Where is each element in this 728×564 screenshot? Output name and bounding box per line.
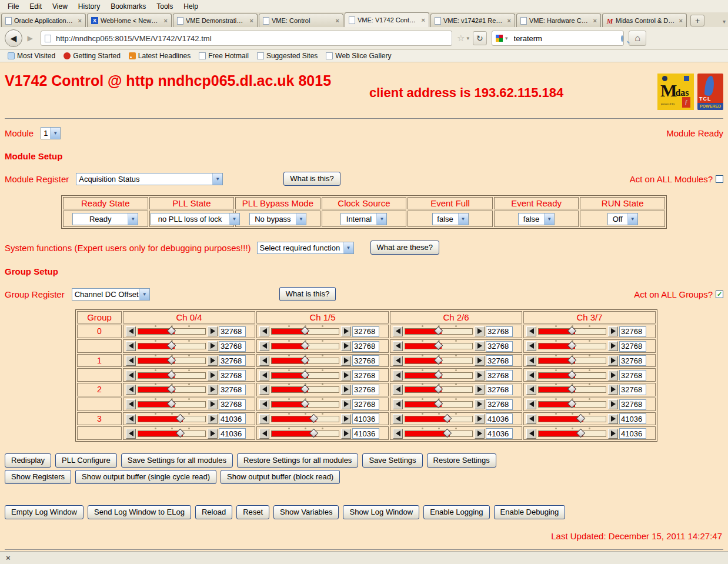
slider-increment-button[interactable] (208, 399, 218, 409)
slider-increment-button[interactable] (608, 341, 618, 351)
slider-decrement-button[interactable] (126, 414, 136, 424)
tab-close-icon[interactable]: × (163, 17, 169, 24)
slider-decrement-button[interactable] (393, 371, 403, 381)
tab-close-icon[interactable]: × (678, 17, 684, 24)
bookmark-item[interactable]: Latest Headlines (125, 51, 195, 61)
what-is-this-button[interactable]: What is this? (283, 172, 340, 186)
dc-offset-value-input[interactable] (352, 341, 379, 352)
slider-decrement-button[interactable] (259, 429, 269, 439)
slider-increment-button[interactable] (608, 371, 618, 381)
back-button[interactable]: ◀ (5, 29, 22, 47)
slider-decrement-button[interactable] (259, 356, 269, 366)
dc-offset-slider[interactable] (405, 416, 473, 422)
empty-log-window-button[interactable]: Empty Log Window (5, 505, 84, 519)
dc-offset-slider[interactable] (271, 328, 339, 335)
slider-increment-button[interactable] (208, 341, 218, 351)
browser-tab[interactable]: VME: Hardware Con...× (516, 14, 601, 27)
slider-decrement-button[interactable] (259, 385, 269, 395)
dc-offset-value-input[interactable] (619, 385, 646, 395)
slider-decrement-button[interactable] (526, 356, 536, 366)
slider-decrement-button[interactable] (126, 399, 136, 409)
dc-offset-value-input[interactable] (486, 399, 513, 410)
dc-offset-value-input[interactable] (486, 370, 513, 381)
slider-increment-button[interactable] (608, 385, 618, 395)
restore-settings-button[interactable]: Restore Settings (427, 453, 496, 468)
dc-offset-value-input[interactable] (219, 428, 246, 439)
dc-offset-slider[interactable] (538, 416, 606, 422)
slider-decrement-button[interactable] (526, 326, 536, 336)
slider-increment-button[interactable] (208, 326, 218, 336)
dc-offset-value-input[interactable] (619, 413, 646, 424)
restore-settings-for-all-modules-button[interactable]: Restore Settings for all modules (237, 453, 358, 468)
slider-increment-button[interactable] (341, 356, 351, 366)
slider-increment-button[interactable] (608, 326, 618, 336)
ready-state-select[interactable]: Ready▼ (72, 213, 138, 225)
dc-offset-value-input[interactable] (352, 355, 379, 366)
dc-offset-slider[interactable] (138, 386, 206, 393)
what-are-these-button[interactable]: What are these? (370, 241, 439, 255)
slider-increment-button[interactable] (341, 414, 351, 424)
slider-increment-button[interactable] (341, 429, 351, 439)
browser-tab[interactable]: VME: V1742 Control...× (345, 12, 429, 27)
reload-button[interactable]: Reload (195, 505, 232, 519)
slider-decrement-button[interactable] (126, 385, 136, 395)
bookmark-item[interactable]: Most Visited (4, 51, 59, 61)
bookmark-item[interactable]: Web Slice Gallery (322, 51, 395, 61)
slider-decrement-button[interactable] (259, 341, 269, 351)
dc-offset-slider[interactable] (538, 358, 606, 364)
show-output-buffer-single-cycle-read-button[interactable]: Show output buffer (single cycle read) (75, 470, 216, 484)
tab-close-icon[interactable]: × (420, 16, 426, 24)
slider-decrement-button[interactable] (393, 414, 403, 424)
event-full-select[interactable]: false▼ (432, 213, 469, 225)
module-register-select[interactable]: Acquisition Status▼ (76, 173, 223, 185)
slider-decrement-button[interactable] (393, 385, 403, 395)
dc-offset-value-input[interactable] (619, 399, 646, 410)
dc-offset-slider[interactable] (271, 343, 339, 349)
dc-offset-slider[interactable] (138, 343, 206, 349)
dc-offset-slider[interactable] (138, 328, 206, 335)
dc-offset-value-input[interactable] (219, 399, 246, 410)
slider-increment-button[interactable] (208, 371, 218, 381)
browser-tab[interactable]: Oracle Applications ...× (1, 14, 86, 27)
slider-increment-button[interactable] (208, 385, 218, 395)
dc-offset-slider[interactable] (138, 430, 206, 437)
slider-decrement-button[interactable] (126, 429, 136, 439)
slider-increment-button[interactable] (341, 399, 351, 409)
dc-offset-value-input[interactable] (619, 370, 646, 381)
menu-help[interactable]: Help (178, 1, 203, 12)
browser-tab[interactable]: XWebHome < News ...× (87, 14, 172, 27)
dc-offset-value-input[interactable] (619, 428, 646, 439)
slider-increment-button[interactable] (341, 341, 351, 351)
slider-decrement-button[interactable] (126, 326, 136, 336)
slider-decrement-button[interactable] (393, 429, 403, 439)
run-state-select[interactable]: Off▼ (607, 213, 638, 225)
slider-increment-button[interactable] (475, 356, 485, 366)
reload-button[interactable]: ↻ (473, 31, 487, 45)
dc-offset-value-input[interactable] (619, 326, 646, 337)
slider-decrement-button[interactable] (526, 371, 536, 381)
dc-offset-slider[interactable] (405, 386, 473, 393)
dc-offset-slider[interactable] (405, 372, 473, 379)
slider-decrement-button[interactable] (126, 356, 136, 366)
slider-decrement-button[interactable] (126, 371, 136, 381)
tab-close-icon[interactable]: × (77, 17, 83, 24)
reset-button[interactable]: Reset (236, 505, 269, 519)
dc-offset-slider[interactable] (538, 401, 606, 408)
bookmark-star-icon[interactable]: ☆ (452, 33, 466, 44)
slider-increment-button[interactable] (608, 414, 618, 424)
slider-increment-button[interactable] (608, 429, 618, 439)
dc-offset-slider[interactable] (405, 358, 473, 364)
dc-offset-value-input[interactable] (486, 326, 513, 337)
dc-offset-slider[interactable] (138, 372, 206, 379)
save-settings-button[interactable]: Save Settings (362, 453, 422, 468)
menu-file[interactable]: File (2, 1, 24, 12)
slider-decrement-button[interactable] (259, 326, 269, 336)
tab-close-icon[interactable]: × (249, 17, 255, 24)
slider-decrement-button[interactable] (259, 371, 269, 381)
dc-offset-value-input[interactable] (619, 341, 646, 352)
bookmark-item[interactable]: Free Hotmail (195, 51, 253, 61)
bookmark-item[interactable]: Getting Started (59, 51, 125, 61)
show-log-window-button[interactable]: Show Log Window (343, 505, 419, 519)
dc-offset-value-input[interactable] (219, 326, 246, 337)
dc-offset-slider[interactable] (405, 328, 473, 335)
